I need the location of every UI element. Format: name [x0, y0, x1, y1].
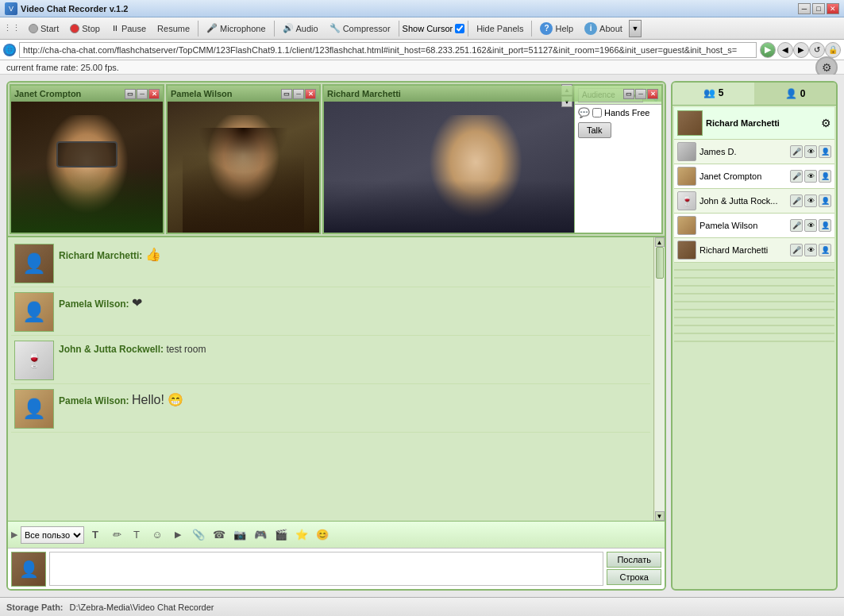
video-panel-pamela: Pamela Wilson ▭ ─ ✕ [166, 84, 321, 234]
participant-mic-2[interactable]: 🎤 [790, 194, 803, 207]
tool-camera[interactable]: 📷 [230, 526, 249, 545]
audio-button[interactable]: 🔊 Audio [278, 21, 323, 35]
nav-go-button[interactable]: ▶ [760, 42, 776, 58]
start-icon [29, 24, 38, 33]
participant-mic-3[interactable]: 🎤 [790, 219, 803, 232]
resume-button[interactable]: Resume [152, 22, 195, 35]
sep-1 [198, 21, 198, 37]
minimize-button[interactable]: ─ [798, 3, 811, 14]
tab-participants[interactable]: 👥 5 [673, 83, 754, 105]
panel-min-pamela[interactable]: ─ [293, 89, 304, 99]
status-bar-bottom: Storage Path: D:\Zebra-Media\Video Chat … [0, 597, 844, 616]
messages-scroll-thumb[interactable] [656, 247, 664, 279]
message-content-3: Pamela Wilson: Hello! 😁 [59, 389, 647, 407]
video-panel-richard: Richard Marchetti ▭ ─ ✕ SIGN-UP [322, 84, 663, 234]
stop-icon [70, 24, 79, 33]
panel-min-richard[interactable]: ─ [635, 89, 646, 99]
participant-info-1[interactable]: 👤 [819, 170, 831, 183]
pause-button[interactable]: ⏸ Pause [106, 22, 151, 35]
maximize-button[interactable]: □ [812, 3, 825, 14]
line-button[interactable]: Строка [607, 569, 661, 585]
participant-cam-2[interactable]: 👁 [804, 194, 817, 207]
tool-movie[interactable]: 🎬 [272, 526, 291, 545]
video-feed-janet [11, 86, 163, 233]
panel-close-richard[interactable]: ✕ [647, 89, 658, 99]
participant-info-0[interactable]: 👤 [819, 145, 831, 158]
tool-text[interactable]: T [127, 526, 146, 545]
guests-icon: 👤 [785, 88, 797, 99]
participant-cam-0[interactable]: 👁 [804, 145, 817, 158]
tool-italic[interactable]: ✏ [106, 526, 125, 545]
tool-star[interactable]: ⭐ [292, 526, 311, 545]
participant-avatar-4 [677, 241, 696, 260]
tool-video-link[interactable]: ▶ [168, 526, 187, 545]
messages-scroll-down[interactable]: ▼ [655, 511, 665, 521]
start-button[interactable]: Start [24, 22, 64, 35]
talk-button[interactable]: Talk [578, 122, 611, 138]
tool-attach[interactable]: 📎 [189, 526, 208, 545]
participant-row-4: Richard Marchetti 🎤 👁 👤 [674, 238, 834, 263]
tool-phone[interactable]: ☎ [210, 526, 229, 545]
nav-btn-3[interactable]: ↺ [809, 42, 825, 58]
participant-icons-2: 🎤 👁 👤 [790, 194, 831, 207]
url-input[interactable] [19, 42, 757, 58]
messages-scrollbar: ▲ ▼ [653, 237, 665, 521]
tool-game[interactable]: 🎮 [251, 526, 270, 545]
tab-guests[interactable]: 👤 0 [754, 83, 836, 105]
audio-icon: 🔊 [283, 23, 294, 33]
participant-row-2: 🍷 John & Jutta Rock... 🎤 👁 👤 [674, 189, 834, 214]
show-cursor-checkbox[interactable]: Show Cursor [403, 24, 465, 33]
compressor-button[interactable]: 🔧 Compressor [325, 21, 395, 35]
storage-path: D:\Zebra-Media\Video Chat Recorder [70, 603, 214, 612]
panel-close-pamela[interactable]: ✕ [305, 89, 316, 99]
channel-select[interactable]: Все пользо [21, 526, 84, 544]
messages-scroll-up[interactable]: ▲ [655, 237, 665, 247]
panel-resize-janet[interactable]: ▭ [125, 89, 136, 99]
participant-info-2[interactable]: 👤 [819, 194, 831, 207]
hands-free-checkbox[interactable] [592, 108, 602, 117]
text-input-area: 👤 Послать Строка [8, 548, 665, 589]
participant-mic-0[interactable]: 🎤 [790, 145, 803, 158]
panel-min-janet[interactable]: ─ [137, 89, 148, 99]
panel-controls-janet: ▭ ─ ✕ [125, 89, 160, 99]
app-icon: V [5, 2, 17, 15]
participant-info-3[interactable]: 👤 [819, 219, 831, 232]
nav-btn-4[interactable]: 🔒 [825, 42, 841, 58]
send-button[interactable]: Послать [607, 552, 661, 568]
participant-cam-4[interactable]: 👁 [804, 244, 817, 256]
nav-arrows: ▶ ◀ ▶ ↺ 🔒 [760, 42, 841, 58]
compressor-icon: 🔧 [330, 23, 341, 33]
participant-info-4[interactable]: 👤 [819, 244, 831, 256]
nav-btn-1[interactable]: ◀ [777, 42, 793, 58]
microphone-button[interactable]: 🎤 Microphone [202, 21, 270, 35]
participant-avatar-2: 🍷 [677, 191, 696, 210]
host-row: Richard Marchetti ⚙ [674, 107, 834, 140]
participant-mic-1[interactable]: 🎤 [790, 170, 803, 183]
nav-btn-2[interactable]: ▶ [793, 42, 809, 58]
chat-toolbar: ▶ Все пользо T ✏ T ☺ ▶ 📎 ☎ 📷 🎮 🎬 ⭐ 😊 [8, 521, 665, 548]
avatar-richard-marchetti: 👤 [14, 244, 54, 283]
participant-cam-3[interactable]: 👁 [804, 219, 817, 232]
about-button[interactable]: i About [580, 21, 627, 37]
panel-resize-richard[interactable]: ▭ [623, 89, 634, 99]
tool-bold[interactable]: T [86, 526, 105, 545]
panel-resize-pamela[interactable]: ▭ [281, 89, 292, 99]
participant-mic-4[interactable]: 🎤 [790, 244, 803, 256]
participant-icons-4: 🎤 👁 👤 [790, 244, 831, 256]
message-content-2: John & Jutta Rockwell: test room [59, 341, 647, 355]
stop-button[interactable]: Stop [65, 22, 105, 35]
sep-2 [274, 21, 275, 37]
host-settings-icon[interactable]: ⚙ [821, 117, 831, 129]
message-row-2: 🍷 John & Jutta Rockwell: test room [11, 337, 650, 384]
toolbar-overflow-button[interactable]: ▼ [629, 20, 642, 37]
message-input[interactable] [49, 552, 603, 586]
close-button[interactable]: ✕ [827, 3, 839, 14]
tool-emoji[interactable]: ☺ [148, 526, 167, 545]
tool-smile[interactable]: 😊 [313, 526, 332, 545]
panel-close-janet[interactable]: ✕ [148, 89, 160, 99]
participant-cam-1[interactable]: 👁 [804, 170, 817, 183]
microphone-icon: 🎤 [206, 23, 218, 33]
help-button[interactable]: ? Help [535, 21, 578, 37]
hands-free-row: 💬 Hands Free [575, 105, 661, 121]
hide-panels-button[interactable]: Hide Panels [472, 22, 528, 35]
